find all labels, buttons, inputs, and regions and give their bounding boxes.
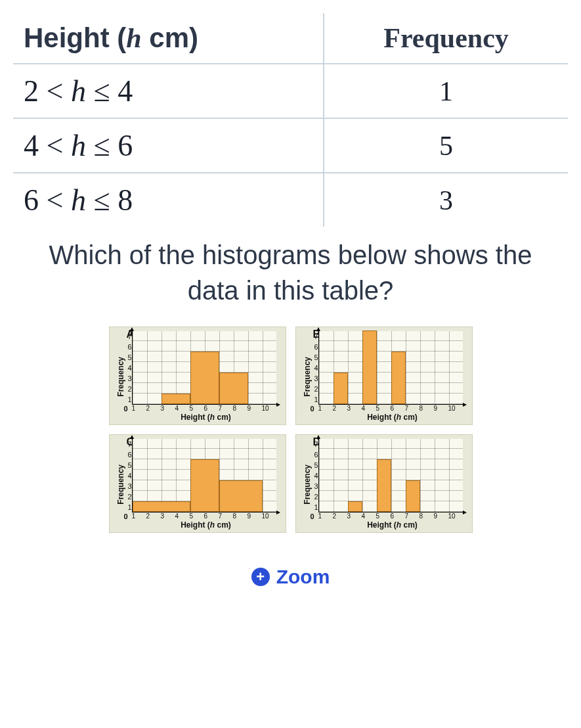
y-axis-ticks: 1234567 — [312, 331, 318, 405]
histogram-card[interactable]: BFrequency1234567012345678910Height (h c… — [295, 327, 473, 425]
histogram-card[interactable]: DFrequency1234567012345678910Height (h c… — [295, 434, 473, 533]
histogram-card[interactable]: CFrequency1234567012345678910Height (h c… — [109, 434, 286, 533]
table-cell-freq: 3 — [324, 173, 568, 227]
histogram-bar — [190, 352, 219, 404]
table-cell-freq: 5 — [324, 118, 568, 173]
zoom-label: Zoom — [276, 566, 330, 588]
histogram-bar — [161, 394, 190, 404]
table-row: 6 < h ≤ 8 3 — [13, 173, 568, 227]
y-axis-ticks: 1234567 — [312, 439, 318, 512]
y-axis-ticks: 1234567 — [125, 331, 132, 405]
zoom-button[interactable]: + Zoom — [251, 566, 330, 588]
question-text: Which of the histograms below shows the … — [13, 233, 568, 327]
histogram-bar — [190, 459, 219, 512]
x-axis-label: Height (h cm) — [318, 520, 467, 530]
histogram-bar — [362, 330, 377, 404]
histogram-bar — [391, 352, 406, 404]
y-axis-label: Frequency — [115, 465, 125, 505]
histogram-plot — [132, 331, 276, 405]
frequency-table: Height (h cm) Frequency 2 < h ≤ 4 1 4 < … — [13, 13, 568, 227]
histogram-grid: AFrequency1234567012345678910Height (h c… — [13, 327, 568, 533]
x-axis-ticks: 012345678910 — [316, 512, 467, 520]
x-axis-ticks: 012345678910 — [316, 405, 467, 413]
histogram-plot — [318, 439, 463, 512]
histogram-bar — [219, 480, 263, 512]
histogram-bar — [348, 501, 362, 512]
histogram-card[interactable]: AFrequency1234567012345678910Height (h c… — [109, 327, 286, 425]
y-axis-label: Frequency — [301, 465, 312, 505]
x-axis-label: Height (h cm) — [318, 413, 467, 422]
plus-circle-icon: + — [251, 568, 270, 586]
x-axis-ticks: 012345678910 — [129, 512, 280, 520]
histogram-bar — [334, 373, 348, 404]
histogram-bar — [219, 373, 248, 404]
x-axis-label: Height (h cm) — [132, 413, 280, 422]
table-row: 2 < h ≤ 4 1 — [13, 64, 568, 118]
histogram-bar — [406, 480, 420, 512]
histogram-bar — [133, 501, 190, 512]
table-header-height: Height (h cm) — [13, 13, 324, 64]
table-cell-freq: 1 — [324, 64, 568, 118]
y-axis-label: Frequency — [301, 357, 312, 397]
x-axis-ticks: 012345678910 — [129, 405, 280, 413]
histogram-plot — [132, 439, 276, 512]
histogram-plot — [318, 331, 463, 405]
table-header-frequency: Frequency — [324, 13, 568, 64]
histogram-bar — [377, 459, 391, 512]
x-axis-label: Height (h cm) — [132, 520, 280, 530]
y-axis-ticks: 1234567 — [125, 439, 132, 512]
y-axis-label: Frequency — [115, 357, 125, 397]
table-row: 4 < h ≤ 6 5 — [13, 118, 568, 173]
